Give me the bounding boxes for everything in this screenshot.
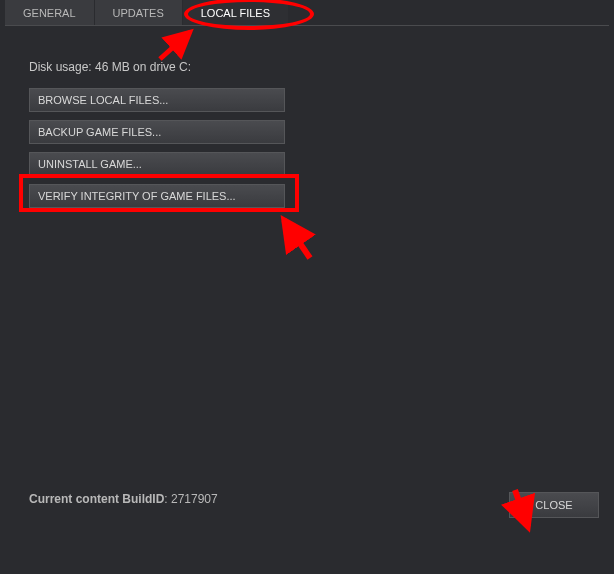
tab-general[interactable]: GENERAL xyxy=(5,0,95,25)
close-button[interactable]: CLOSE xyxy=(509,492,599,518)
tab-local-files[interactable]: LOCAL FILES xyxy=(183,0,289,25)
build-id-value: : 2717907 xyxy=(164,492,217,506)
tab-updates[interactable]: UPDATES xyxy=(95,0,183,25)
action-button-group: BROWSE LOCAL FILES... BACKUP GAME FILES.… xyxy=(29,88,285,208)
build-id-label: Current content BuildID xyxy=(29,492,164,506)
browse-local-files-button[interactable]: BROWSE LOCAL FILES... xyxy=(29,88,285,112)
disk-usage-label: Disk usage: 46 MB on drive C: xyxy=(29,60,589,74)
backup-game-files-button[interactable]: BACKUP GAME FILES... xyxy=(29,120,285,144)
content-panel: Disk usage: 46 MB on drive C: BROWSE LOC… xyxy=(5,26,609,526)
build-info: Current content BuildID: 2717907 xyxy=(29,492,218,506)
tab-bar: GENERAL UPDATES LOCAL FILES xyxy=(5,0,609,26)
uninstall-game-button[interactable]: UNINSTALL GAME... xyxy=(29,152,285,176)
verify-integrity-button[interactable]: VERIFY INTEGRITY OF GAME FILES... xyxy=(29,184,285,208)
